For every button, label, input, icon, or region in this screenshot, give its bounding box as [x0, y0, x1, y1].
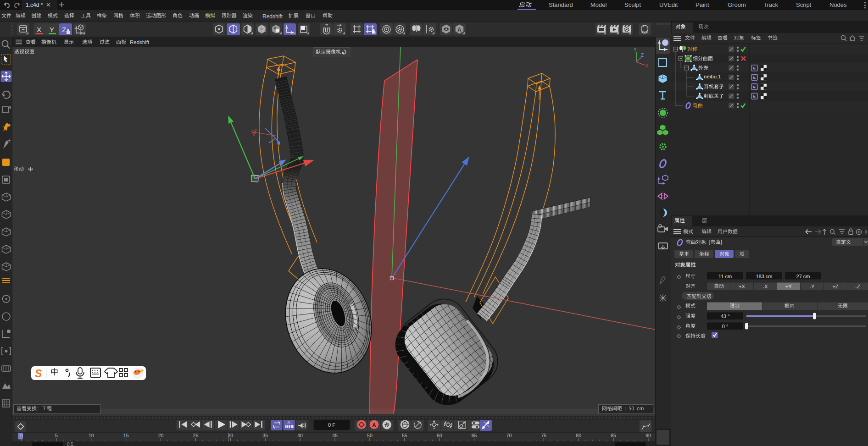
svg-text:85: 85 [611, 433, 616, 438]
svg-text:15: 15 [123, 433, 129, 438]
svg-text:X: X [37, 26, 41, 33]
svg-text:Z: Z [62, 26, 66, 33]
svg-text:40: 40 [297, 433, 303, 438]
svg-text:25: 25 [193, 433, 199, 438]
svg-text:0: 0 [20, 433, 23, 438]
svg-text:Z: Z [641, 53, 644, 58]
svg-text:0.5: 0.5 [67, 442, 73, 446]
svg-text:0 F: 0 F [328, 422, 335, 428]
svg-text:75: 75 [541, 433, 546, 438]
svg-text:A: A [288, 420, 290, 425]
svg-text:20: 20 [158, 433, 164, 438]
svg-text:S: S [35, 368, 42, 380]
svg-text:50: 50 [367, 433, 373, 438]
svg-text:Y: Y [634, 47, 637, 52]
svg-text:45: 45 [332, 433, 338, 438]
svg-text:35: 35 [262, 433, 268, 438]
svg-text:30: 30 [228, 433, 233, 438]
svg-text:80: 80 [576, 433, 581, 438]
svg-text:70: 70 [506, 433, 512, 438]
svg-text:5: 5 [55, 433, 58, 438]
svg-text:60: 60 [437, 433, 442, 438]
svg-text:X: X [645, 63, 648, 68]
svg-text:A: A [372, 422, 376, 428]
svg-text:55: 55 [402, 433, 407, 438]
svg-text:A: A [457, 27, 462, 33]
svg-text:Y: Y [50, 26, 54, 33]
svg-text:65: 65 [472, 433, 477, 438]
svg-text:90: 90 [645, 433, 651, 438]
svg-text:10: 10 [89, 433, 94, 438]
